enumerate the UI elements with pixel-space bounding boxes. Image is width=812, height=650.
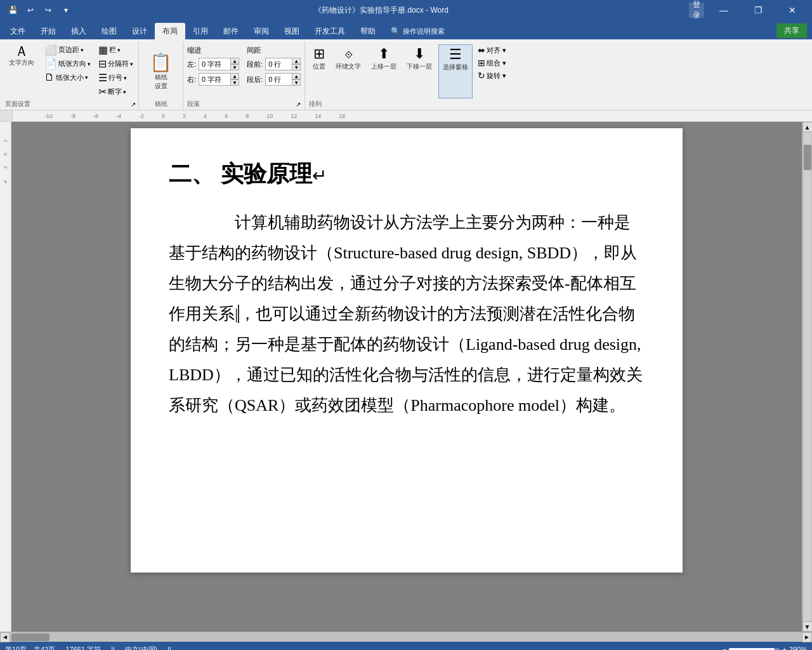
scroll-down-button[interactable]: ▼ bbox=[802, 621, 813, 632]
spacing-after-down[interactable]: ▼ bbox=[292, 79, 301, 86]
tab-design[interactable]: 设计 bbox=[124, 23, 155, 39]
selection-pane-button[interactable]: ☰ 选择窗格 bbox=[438, 44, 473, 98]
zoom-level[interactable]: 290% bbox=[789, 646, 807, 650]
indent-left-up[interactable]: ▲ bbox=[230, 58, 239, 64]
spacing-before-down[interactable]: ▼ bbox=[292, 64, 301, 70]
more-icon[interactable]: ▾ bbox=[58, 3, 74, 18]
title-bar: 💾 ↩ ↪ ▾ 《药物设计》实验指导手册.docx - Word 登录 — ❐ … bbox=[0, 0, 812, 20]
columns-button[interactable]: ▦ 栏 ▾ bbox=[96, 43, 136, 56]
grammar-check[interactable]: || bbox=[111, 646, 115, 650]
title-bar-controls: 登录 — ❐ ✕ bbox=[689, 0, 807, 20]
hyphenation-button[interactable]: ✂ 断字 ▾ bbox=[96, 85, 136, 98]
size-button[interactable]: 🗋 纸张大小 ▾ bbox=[42, 71, 93, 84]
status-right: − + 290% bbox=[723, 646, 807, 650]
position-button[interactable]: ⊞ 位置 bbox=[309, 44, 329, 98]
wrap-text-button[interactable]: ⟐ 环绕文字 bbox=[332, 44, 365, 98]
line-numbers-button[interactable]: ☰ 行号 ▾ bbox=[96, 71, 136, 84]
scroll-right-button[interactable]: ► bbox=[802, 632, 812, 642]
search-icon[interactable]: 🔍 操作说明搜索 bbox=[383, 23, 452, 39]
spacing-after-up[interactable]: ▲ bbox=[292, 73, 301, 79]
text-direction-button[interactable]: Ａ 文字方向 bbox=[5, 43, 38, 69]
tab-draw[interactable]: 绘图 bbox=[94, 23, 124, 39]
save-icon[interactable]: 💾 bbox=[5, 3, 20, 18]
indent-left-down[interactable]: ▼ bbox=[230, 64, 239, 70]
breaks-button[interactable]: ⊟ 分隔符 ▾ bbox=[96, 57, 136, 70]
tab-mailings[interactable]: 邮件 bbox=[216, 23, 246, 39]
scroll-left-button[interactable]: ◄ bbox=[0, 632, 10, 642]
vertical-scrollbar[interactable]: ▲ ▼ bbox=[802, 122, 812, 632]
scroll-thumb-h[interactable] bbox=[11, 633, 49, 641]
login-button[interactable]: 登录 bbox=[689, 3, 704, 18]
redo-icon[interactable]: ↪ bbox=[41, 3, 56, 18]
restore-button[interactable]: ❐ bbox=[743, 0, 773, 20]
send-backward-button[interactable]: ⬇ 下移一层 bbox=[403, 44, 436, 98]
horizontal-ruler: -10 -8 -6 -4 -2 0 2 4 6 8 10 12 14 16 bbox=[0, 110, 812, 122]
word-count[interactable]: 17661 字符 bbox=[65, 645, 101, 651]
track-changes[interactable]: || bbox=[167, 646, 171, 650]
document-paragraph[interactable]: 计算机辅助药物设计从方法学上主要分为两种：一种是基于结构的药物设计（Struct… bbox=[169, 208, 645, 421]
ruler-corner[interactable] bbox=[0, 110, 13, 122]
tab-home[interactable]: 开始 bbox=[33, 23, 63, 39]
tab-references[interactable]: 引用 bbox=[185, 23, 216, 39]
document-heading: 二、 实验原理↵ bbox=[169, 154, 645, 195]
tab-help[interactable]: 帮助 bbox=[353, 23, 383, 39]
title-bar-title: 《药物设计》实验指导手册.docx - Word bbox=[74, 5, 689, 16]
horizontal-scrollbar[interactable]: ◄ ► bbox=[0, 632, 812, 642]
margins-button[interactable]: ⬜ 页边距 ▾ bbox=[42, 43, 93, 56]
zoom-in-button[interactable]: + bbox=[782, 646, 786, 650]
ribbon-tab-bar: 文件 开始 插入 绘图 设计 布局 引用 邮件 审阅 视图 开发工具 帮助 🔍 … bbox=[0, 20, 812, 39]
language[interactable]: 中文(中国) bbox=[125, 645, 157, 651]
share-button[interactable]: 共享 bbox=[776, 23, 812, 39]
tab-insert[interactable]: 插入 bbox=[63, 23, 94, 39]
orientation-button[interactable]: 📄 纸张方向 ▾ bbox=[42, 57, 93, 70]
indent-right-down[interactable]: ▼ bbox=[230, 79, 239, 86]
indent-right-up[interactable]: ▲ bbox=[230, 73, 239, 79]
title-bar-left: 💾 ↩ ↪ ▾ bbox=[5, 3, 74, 18]
spacing-before-up[interactable]: ▲ bbox=[292, 58, 301, 64]
scroll-up-button[interactable]: ▲ bbox=[802, 122, 813, 132]
paper-settings-button[interactable]: 📋 稿纸设置 bbox=[145, 50, 177, 93]
page-info[interactable]: 第10页，共42页 bbox=[5, 645, 55, 651]
zoom-out-button[interactable]: − bbox=[723, 646, 726, 650]
paragraph-expand[interactable]: ↗ bbox=[296, 101, 301, 108]
scroll-thumb-v[interactable] bbox=[804, 145, 811, 170]
document-page[interactable]: 二、 实验原理↵ 计算机辅助药物设计从方法学上主要分为两种：一种是基于结构的药物… bbox=[131, 128, 683, 573]
status-bar: 第10页，共42页 17661 字符 || 中文(中国) || − + 290% bbox=[0, 642, 812, 650]
ribbon-content: Ａ 文字方向 ⬜ 页边距 ▾ 📄 纸张方向 ▾ 🗋 纸张大小 bbox=[0, 39, 812, 110]
rotate-button[interactable]: ↻旋转 ▾ bbox=[475, 70, 509, 81]
undo-icon[interactable]: ↩ bbox=[23, 3, 38, 18]
document-area: -4-202 二、 实验原理↵ 计算机辅助药物设计从方法学上主要分为两种：一种是… bbox=[0, 122, 812, 632]
quick-access-toolbar: 💾 ↩ ↪ ▾ bbox=[5, 3, 74, 18]
group-button[interactable]: ⊞组合 ▾ bbox=[475, 57, 509, 69]
minimize-button[interactable]: — bbox=[709, 0, 738, 20]
tab-file[interactable]: 文件 bbox=[3, 23, 33, 39]
document-scroll[interactable]: -4-202 二、 实验原理↵ 计算机辅助药物设计从方法学上主要分为两种：一种是… bbox=[0, 122, 802, 632]
tab-view[interactable]: 视图 bbox=[277, 23, 307, 39]
page-setup-expand[interactable]: ↗ bbox=[131, 101, 136, 108]
close-button[interactable]: ✕ bbox=[778, 0, 807, 20]
tab-layout[interactable]: 布局 bbox=[155, 23, 185, 39]
bring-forward-button[interactable]: ⬆ 上移一层 bbox=[367, 44, 400, 98]
tab-review[interactable]: 审阅 bbox=[246, 23, 277, 39]
align-button[interactable]: ⬌对齐 ▾ bbox=[475, 44, 509, 56]
tab-developer[interactable]: 开发工具 bbox=[307, 23, 353, 39]
